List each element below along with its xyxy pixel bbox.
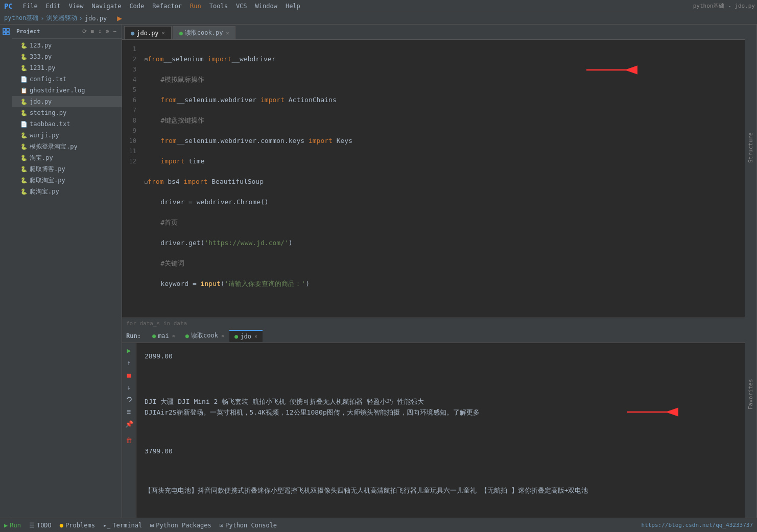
py-icon: 🐍 [20, 155, 28, 161]
gear-icon[interactable]: ⚙ [105, 28, 110, 35]
menu-navigate[interactable]: Navigate [88, 2, 126, 11]
sidebar-project-icon[interactable] [1, 27, 11, 37]
menu-tools[interactable]: Tools [205, 2, 232, 11]
file-name: 爬淘宝.py [30, 187, 59, 196]
file-taobaopy[interactable]: 🐍 淘宝.py [12, 152, 122, 163]
python-console-btn[interactable]: ⊡ Python Console [220, 522, 277, 529]
py-icon: 🐍 [20, 188, 28, 195]
content-area: Project ⟳ ≡ ↕ ⚙ − 🐍 123.py 🐍 333.py [0, 25, 757, 518]
run-rerun-btn[interactable] [124, 394, 134, 404]
code-content[interactable]: ⊟from__selenium import__webdriver #模拟鼠标操… [140, 40, 745, 318]
run-tab-close-mai[interactable]: ✕ [172, 333, 175, 338]
run-output[interactable]: 2899.00 DJI 大疆 DJI Mini 2 畅飞套装 航拍小飞机 便携可… [136, 343, 745, 518]
file-wurjipy[interactable]: 🐍 wurji.py [12, 130, 122, 141]
run-tab-icon-jdo: ● [234, 333, 238, 340]
run-tab-label-jdo: jdo [240, 333, 251, 340]
file-taobbaotxt[interactable]: 📄 taobbao.txt [12, 118, 122, 130]
breadcrumb-part2[interactable]: 浏览器驱动 [46, 14, 77, 22]
run-format-btn[interactable]: ≡ [124, 406, 134, 417]
file-1231py[interactable]: 🐍 1231.py [12, 62, 122, 74]
menu-help[interactable]: Help [281, 2, 304, 11]
todo-label: TODO [37, 522, 52, 529]
py-icon: 🐍 [20, 166, 28, 173]
file-333py[interactable]: 🐍 333.py [12, 51, 122, 62]
editor-tabs: ● jdo.py ✕ ● 读取cook.py ✕ [122, 25, 745, 40]
breadcrumb-part1[interactable]: python基础 [4, 14, 38, 22]
tab-readcook[interactable]: ● 读取cook.py ✕ [173, 26, 236, 39]
run-tab-close-jdo[interactable]: ✕ [254, 333, 257, 339]
file-name: config.txt [30, 76, 66, 83]
py-icon: 🐍 [20, 132, 28, 139]
python-packages-btn[interactable]: ⊞ Python Packages [150, 522, 211, 529]
tab-close-btn2[interactable]: ✕ [226, 30, 229, 36]
output-line-blank7 [145, 457, 737, 465]
terminal-label: Terminal [112, 522, 142, 529]
file-crawltb[interactable]: 🐍 爬淘宝.py [12, 186, 122, 197]
sync-icon[interactable]: ⟳ [81, 28, 88, 35]
tab-label2: 读取cook.py [185, 29, 223, 37]
breadcrumb-part3[interactable]: jdo.py [85, 15, 107, 22]
run-up-btn[interactable]: ↑ [124, 357, 134, 368]
run-tab-close-readcook[interactable]: ✕ [221, 333, 224, 338]
output-line-blank5 [145, 426, 737, 434]
run-tab-jdo[interactable]: ● jdo ✕ [229, 330, 263, 342]
code-line-6: import time [143, 156, 745, 166]
tab-jdopy[interactable]: ● jdo.py ✕ [124, 26, 172, 39]
status-link[interactable]: https://blog.csdn.net/qq_43233737 [641, 522, 753, 528]
run-status-btn[interactable]: ▶ Run [4, 522, 21, 529]
code-line-4: #键盘按键操作 [143, 115, 745, 126]
file-mocnipy[interactable]: 🐍 模拟登录淘宝.py [12, 141, 122, 152]
expand-icon[interactable]: ↕ [97, 28, 103, 35]
menu-vcs[interactable]: VCS [232, 2, 251, 11]
txt-icon: 📄 [20, 121, 28, 128]
py-icon: 🐍 [20, 54, 28, 60]
run-play-btn[interactable]: ▶ [124, 345, 134, 355]
run-delete-btn[interactable]: 🗑 [124, 435, 134, 445]
problems-icon: ● [60, 522, 63, 529]
minimize-icon[interactable]: − [112, 28, 117, 35]
run-status-label: Run [10, 522, 21, 529]
run-tab-mai[interactable]: ● mai ✕ [147, 330, 180, 342]
tab-py-icon: ● [131, 30, 134, 37]
collapse-icon[interactable]: ≡ [90, 28, 96, 35]
menu-view[interactable]: View [65, 2, 88, 11]
terminal-status-btn[interactable]: ▸_ Terminal [103, 522, 142, 529]
code-line-11: #关键词 [143, 258, 745, 269]
menu-run[interactable]: Run [186, 2, 205, 11]
todo-status-btn[interactable]: ☰ TODO [29, 522, 52, 529]
file-stetingpy[interactable]: 🐍 steting.py [12, 107, 122, 118]
project-panel: Project ⟳ ≡ ↕ ⚙ − 🐍 123.py 🐍 333.py [12, 25, 122, 518]
file-configtxt[interactable]: 📄 config.txt [12, 74, 122, 85]
editor-section: ● jdo.py ✕ ● 读取cook.py ✕ [122, 25, 745, 329]
file-crawlblogpy[interactable]: 🐍 爬取博客.py [12, 163, 122, 175]
run-stop-btn[interactable]: ■ [124, 370, 134, 380]
output-line-blank10 [145, 496, 737, 504]
py-icon: 🐍 [20, 110, 28, 116]
menu-code[interactable]: Code [125, 2, 148, 11]
favorites-panel-label[interactable]: Favorites [745, 271, 757, 518]
code-line-3: from__selenium.webdriver import ActionCh… [143, 95, 745, 105]
file-crawltaobao[interactable]: 🐍 爬取淘宝.py [12, 175, 122, 186]
problems-status-btn[interactable]: ● Problems [60, 522, 95, 529]
tab-py-icon2: ● [179, 30, 183, 37]
run-tab-readcook[interactable]: ● 读取cook ✕ [180, 330, 229, 342]
file-jdopy[interactable]: 🐍 jdo.py [12, 96, 122, 107]
menu-file[interactable]: File [19, 2, 42, 11]
menu-window[interactable]: Window [251, 2, 281, 11]
py-icon: 🐍 [20, 65, 28, 71]
structure-panel-label[interactable]: Structure [745, 25, 757, 271]
file-123py[interactable]: 🐍 123.py [12, 40, 122, 51]
code-editor[interactable]: 1 2 3 4 5 6 7 8 9 10 11 12 ⊟from__seleni… [122, 40, 745, 318]
status-bar: ▶ Run ☰ TODO ● Problems ▸_ Terminal ⊞ Py… [0, 518, 757, 532]
output-line-blank9 [145, 473, 737, 486]
run-down-btn[interactable]: ↓ [124, 382, 134, 392]
line-numbers: 1 2 3 4 5 6 7 8 9 10 11 12 [122, 40, 140, 318]
file-ghostlog[interactable]: 📋 ghostdriver.log [12, 85, 122, 96]
menu-refactor[interactable]: Refactor [148, 2, 186, 11]
file-name: 模拟登录淘宝.py [30, 142, 78, 151]
run-pin-btn[interactable]: 📌 [124, 419, 134, 429]
tab-close-btn[interactable]: ✕ [162, 30, 165, 36]
file-name: 爬取淘宝.py [30, 176, 65, 185]
menu-edit[interactable]: Edit [42, 2, 65, 11]
output-line-blank2 [145, 370, 737, 378]
